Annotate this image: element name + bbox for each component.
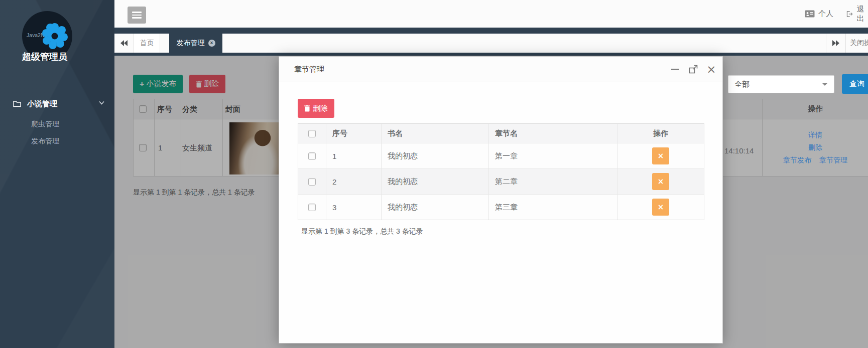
col-header-operations: 操作: [617, 124, 704, 143]
sidebar: Java2Nb 超级管理员 小说管理 爬虫管理: [0, 0, 114, 348]
cell-index: 1: [326, 143, 382, 168]
tab-close-icon[interactable]: ×: [208, 40, 215, 47]
admin-name: 超级管理员: [22, 51, 67, 63]
logout-label: 退出: [857, 5, 868, 24]
logout-menu[interactable]: 退出: [846, 0, 868, 28]
delete-chapter-button[interactable]: ×: [652, 173, 669, 190]
category-filter-select[interactable]: 全部: [728, 75, 834, 93]
delete-link[interactable]: 删除: [808, 143, 822, 152]
close-operations-menu[interactable]: 关闭操作: [850, 34, 868, 53]
chevron-down-icon: [99, 101, 104, 105]
personal-label: 个人: [818, 9, 833, 19]
chapter-publish-link[interactable]: 章节发布: [783, 156, 811, 165]
dialog-window-controls: ×: [670, 57, 716, 82]
tab-home[interactable]: 首页: [134, 34, 160, 53]
row-checkbox[interactable]: [308, 178, 316, 186]
submenu-label: 发布管理: [31, 137, 59, 146]
delete-chapters-label: 删除: [313, 104, 328, 113]
tabs-scroll-left-button[interactable]: [114, 34, 134, 53]
close-icon[interactable]: ×: [706, 64, 716, 74]
cell-chapter: 第一章: [489, 143, 617, 168]
trash-icon: [304, 105, 310, 112]
col-header-index: 序号: [326, 124, 382, 143]
chapter-table: 序号 书名 章节名 操作 1 我的初恋 第一章 × 2 我的初恋 第二章 ×: [298, 123, 704, 220]
col-header-operations: 操作: [763, 99, 868, 119]
tabbar: 首页 发布管理 × 关闭操作: [114, 34, 868, 53]
chapter-row: 1 我的初恋 第一章 ×: [298, 143, 704, 168]
col-header-book: 书名: [382, 124, 489, 143]
dialog-title: 章节管理: [294, 57, 324, 82]
double-chevron-left-icon: [120, 40, 128, 46]
chapter-manage-link[interactable]: 章节管理: [819, 156, 847, 165]
tab-label: 首页: [140, 39, 154, 48]
row-operations: 详情 删除 章节发布 章节管理: [763, 119, 868, 177]
delete-chapter-button[interactable]: ×: [652, 147, 669, 164]
cell-book: 我的初恋: [382, 169, 489, 194]
sidebar-item-crawler-management[interactable]: 爬虫管理: [0, 116, 114, 132]
cell-index: 3: [326, 195, 382, 220]
cell-index: 2: [326, 169, 382, 194]
search-label: 查询: [849, 79, 864, 89]
submenu-label: 爬虫管理: [31, 120, 59, 129]
cell-chapter: 第三章: [489, 195, 617, 220]
chapter-table-header: 序号 书名 章节名 操作: [298, 124, 704, 143]
personal-menu[interactable]: 个人: [805, 0, 833, 28]
tab-label: 发布管理: [177, 39, 205, 48]
sidebar-item-publish-management[interactable]: 发布管理: [0, 133, 114, 149]
search-button[interactable]: 查询: [842, 74, 868, 94]
dialog-header[interactable]: 章节管理 ×: [279, 57, 722, 82]
sidebar-divider: [0, 86, 114, 86]
app-window: Java2Nb 超级管理员 小说管理 爬虫管理: [0, 0, 868, 348]
tabs-scroll-right-button[interactable]: [826, 34, 846, 53]
row-checkbox[interactable]: [308, 204, 316, 211]
tabbar-top-border: [114, 28, 868, 34]
row-checkbox[interactable]: [308, 152, 316, 160]
topbar: 个人 退出: [114, 0, 868, 28]
sign-out-icon: [846, 10, 853, 18]
sidebar-item-label: 小说管理: [27, 99, 57, 109]
chapter-row: 3 我的初恋 第三章 ×: [298, 194, 704, 220]
delete-chapter-button[interactable]: ×: [652, 199, 669, 216]
gear-icon: [40, 22, 69, 51]
close-operations-label: 关闭操作: [850, 39, 868, 48]
minimize-icon[interactable]: [670, 64, 680, 74]
folder-icon: [13, 100, 21, 107]
detail-link[interactable]: 详情: [808, 131, 822, 140]
chapter-management-dialog: 章节管理 × 删除: [279, 56, 723, 343]
tab-publish-management[interactable]: 发布管理 ×: [169, 34, 222, 53]
sidebar-item-novel-management[interactable]: 小说管理: [0, 94, 114, 113]
select-all-checkbox[interactable]: [308, 130, 316, 137]
chapter-row: 2 我的初恋 第二章 ×: [298, 168, 704, 194]
col-header-chapter: 章节名: [489, 124, 617, 143]
timestamp: 14:10:14: [724, 146, 754, 155]
delete-chapters-button[interactable]: 删除: [298, 99, 334, 118]
sidebar-toggle-button[interactable]: [128, 7, 146, 24]
cell-chapter: 第二章: [489, 169, 617, 194]
maximize-icon[interactable]: [688, 64, 698, 74]
records-summary: 显示第 1 到第 3 条记录，总共 3 条记录: [301, 227, 423, 236]
cell-book: 我的初恋: [382, 143, 489, 168]
filter-selected-value: 全部: [734, 80, 750, 89]
cell-book: 我的初恋: [382, 195, 489, 220]
double-chevron-right-icon: [832, 40, 840, 46]
id-card-icon: [805, 10, 815, 18]
